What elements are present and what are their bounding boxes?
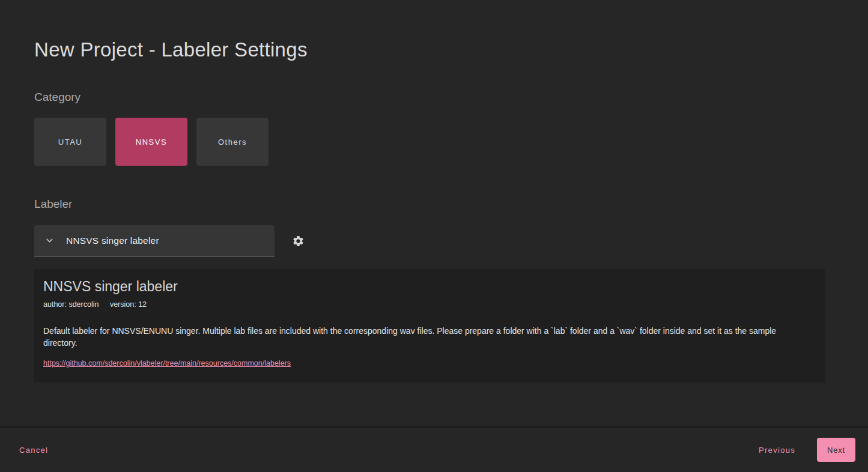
category-option-nnsvs[interactable]: NNSVS xyxy=(115,118,187,166)
gear-icon xyxy=(292,235,305,247)
next-button[interactable]: Next xyxy=(817,438,855,462)
category-option-others[interactable]: Others xyxy=(196,118,269,166)
labeler-dropdown-row: NNSVS singer labeler xyxy=(34,225,868,256)
previous-button[interactable]: Previous xyxy=(759,446,795,455)
labeler-description: Default labeler for NNSVS/ENUNU singer. … xyxy=(43,325,807,349)
labeler-author: author: sdercolin xyxy=(43,300,99,309)
labeler-name: NNSVS singer labeler xyxy=(43,277,816,296)
page-title: New Project - Labeler Settings xyxy=(34,37,868,62)
category-option-others-label: Others xyxy=(218,138,247,147)
cancel-button[interactable]: Cancel xyxy=(19,446,48,455)
footer-bar: Cancel Previous Next xyxy=(0,426,868,472)
category-options: UTAU NNSVS Others xyxy=(34,118,868,166)
category-option-utau-label: UTAU xyxy=(58,138,82,147)
labeler-version: version: 12 xyxy=(110,300,147,309)
chevron-down-icon xyxy=(44,235,55,246)
labeler-info-panel: NNSVS singer labeler author: sdercolin v… xyxy=(34,269,825,383)
labeler-settings-button[interactable] xyxy=(288,231,308,250)
labeler-repo-link[interactable]: https://github.com/sdercolin/vlabeler/tr… xyxy=(43,359,291,368)
category-section-label: Category xyxy=(34,90,868,104)
labeler-section-label: Labeler xyxy=(34,197,868,211)
labeler-dropdown[interactable]: NNSVS singer labeler xyxy=(34,225,275,256)
category-option-utau[interactable]: UTAU xyxy=(34,118,106,166)
category-option-nnsvs-label: NNSVS xyxy=(136,138,167,147)
labeler-dropdown-value: NNSVS singer labeler xyxy=(66,235,159,246)
new-project-labeler-settings-page: New Project - Labeler Settings Category … xyxy=(34,0,868,383)
labeler-meta: author: sdercolin version: 12 xyxy=(43,300,816,309)
